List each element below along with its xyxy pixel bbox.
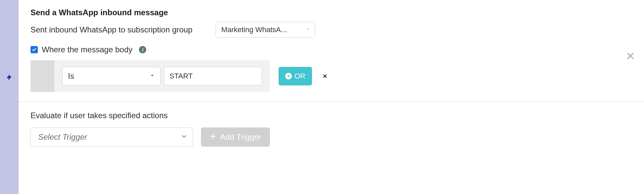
- condition-fields: [54, 67, 270, 85]
- section-title: Send a WhatsApp inbound message: [31, 8, 633, 17]
- bolt-icon: [6, 73, 13, 83]
- left-rail: [0, 0, 19, 194]
- message-body-checkbox[interactable]: [31, 46, 38, 53]
- or-button-label: OR: [294, 72, 305, 80]
- plus-circle-icon: +: [285, 73, 292, 79]
- or-button[interactable]: + OR: [279, 67, 312, 85]
- operator-value[interactable]: [62, 67, 161, 85]
- subscription-label: Sent inbound WhatsApp to subscription gr…: [31, 25, 192, 34]
- operator-select[interactable]: [62, 67, 161, 85]
- trigger-select-placeholder[interactable]: [31, 127, 193, 147]
- drag-handle[interactable]: [31, 60, 54, 92]
- add-trigger-label: Add Trigger: [220, 132, 261, 142]
- message-body-filter-row: Where the message body i: [31, 45, 633, 54]
- subscription-group-select[interactable]: [216, 22, 315, 38]
- remove-condition-button[interactable]: [321, 72, 329, 80]
- subscription-row: Sent inbound WhatsApp to subscription gr…: [31, 22, 633, 38]
- condition-row: + OR: [31, 60, 326, 92]
- evaluate-row: Add Trigger: [31, 127, 633, 147]
- main-content: Send a WhatsApp inbound message Sent inb…: [19, 0, 644, 194]
- condition-container: [31, 60, 270, 92]
- plus-icon: [210, 132, 216, 142]
- trigger-section: Send a WhatsApp inbound message Sent inb…: [19, 0, 644, 102]
- close-section-button[interactable]: [625, 50, 636, 63]
- message-body-label: Where the message body: [42, 45, 132, 54]
- info-icon[interactable]: i: [139, 46, 146, 53]
- evaluate-section: Evaluate if user takes specified actions…: [19, 102, 644, 156]
- evaluate-label: Evaluate if user takes specified actions: [31, 111, 633, 120]
- trigger-select[interactable]: [31, 127, 193, 147]
- condition-value-input[interactable]: [164, 67, 262, 85]
- add-trigger-button[interactable]: Add Trigger: [201, 127, 270, 147]
- subscription-group-value[interactable]: [216, 22, 315, 38]
